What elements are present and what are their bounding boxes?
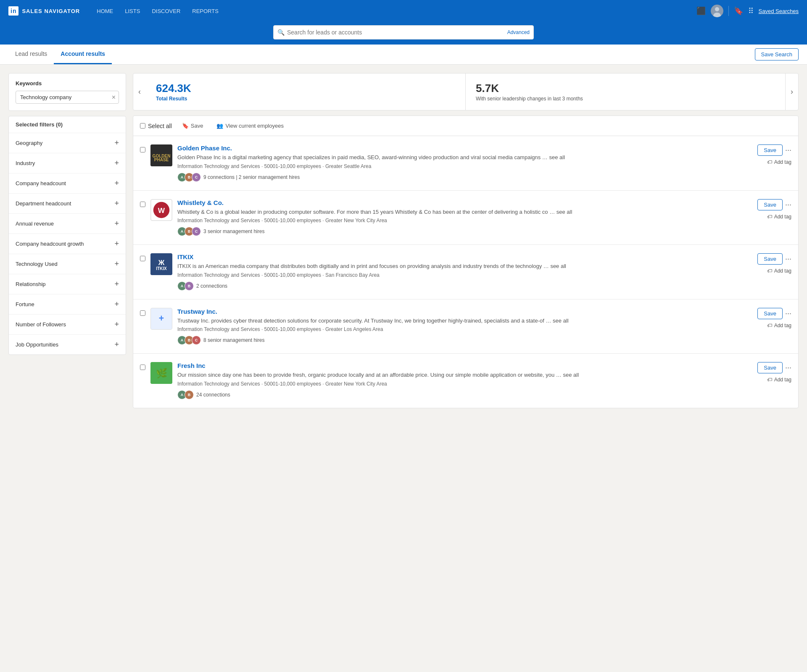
connection-avatars-trustway: A B C <box>177 336 201 345</box>
sidebar: Keywords × Selected filters (0) Geograph… <box>8 73 126 672</box>
conn-avatar-f2: B <box>185 390 194 399</box>
stat-total-label: Total Results <box>156 96 455 102</box>
add-tag-button-whistlety[interactable]: 🏷 Add tag <box>767 214 791 220</box>
avatar[interactable] <box>711 5 723 17</box>
toolbar-save-label: Save <box>191 123 203 129</box>
toolbar-view-employees-button[interactable]: 👥 View current employees <box>213 121 287 131</box>
result-body-golden-phase: Golden Phase Inc. Golden Phase Inc is a … <box>177 144 752 182</box>
save-button-golden-phase[interactable]: Save <box>757 144 783 156</box>
more-button-whistlety[interactable]: ··· <box>785 200 791 209</box>
filter-job-opps-label: Job Opportunities <box>16 341 58 348</box>
tag-icon-trustway: 🏷 <box>767 323 772 328</box>
stat-total-number: 624.3K <box>156 82 455 95</box>
result-connections-fresh-inc: A B 24 connections <box>177 390 752 399</box>
result-body-fresh-inc: Fresh Inc Our mission since day one has … <box>177 362 752 399</box>
save-actions-row-whistlety: Save ··· <box>757 199 791 210</box>
tab-lead-results[interactable]: Lead results <box>8 45 54 64</box>
add-tag-button-trustway[interactable]: 🏷 Add tag <box>767 323 791 328</box>
nav-home[interactable]: HOME <box>97 8 113 14</box>
add-tag-button-fresh-inc[interactable]: 🏷 Add tag <box>767 377 791 383</box>
filter-headcount-growth-label: Company headcount growth <box>16 241 84 247</box>
result-name-itkix[interactable]: ITKIX <box>177 253 193 260</box>
add-tag-label-itkix: Add tag <box>774 268 791 274</box>
filter-annual-revenue-label: Annual revenue <box>16 220 54 227</box>
result-checkbox-itkix[interactable] <box>140 256 145 261</box>
result-name-golden-phase[interactable]: Golden Phase Inc. <box>177 144 232 152</box>
svg-text:🌿: 🌿 <box>156 368 168 379</box>
result-logo-fresh-inc: 🌿 <box>150 362 172 384</box>
filter-relationship[interactable]: Relationship + <box>9 274 126 294</box>
result-checkbox-fresh-inc[interactable] <box>140 365 145 370</box>
main-layout: Keywords × Selected filters (0) Geograph… <box>0 65 807 672</box>
result-checkbox-golden-phase[interactable] <box>140 147 145 152</box>
nav-discover[interactable]: DISCOVER <box>152 8 180 14</box>
add-tag-button-golden-phase[interactable]: 🏷 Add tag <box>767 159 791 165</box>
tabs: Lead results Account results <box>8 45 112 64</box>
conn-text-golden-phase: 9 connections | 2 senior management hire… <box>203 174 300 180</box>
save-button-itkix[interactable]: Save <box>757 253 783 265</box>
save-search-button[interactable]: Save Search <box>755 48 799 60</box>
main-nav: HOME LISTS DISCOVER REPORTS <box>97 8 219 14</box>
conn-avatar-t3: C <box>192 336 201 345</box>
filter-company-headcount-label: Company headcount <box>16 180 66 186</box>
result-checkbox-trustway[interactable] <box>140 310 145 316</box>
result-name-fresh-inc[interactable]: Fresh Inc <box>177 362 206 369</box>
save-button-fresh-inc[interactable]: Save <box>757 362 783 373</box>
conn-text-whistlety: 3 senior management hires <box>203 228 264 234</box>
filter-dept-headcount[interactable]: Department headcount + <box>9 194 126 214</box>
filter-annual-revenue[interactable]: Annual revenue + <box>9 214 126 234</box>
filter-tech-used[interactable]: Technology Used + <box>9 254 126 274</box>
stat-leadership-number: 5.7K <box>476 82 775 95</box>
results-list: Select all 🔖 Save 👥 View current employe… <box>133 116 799 408</box>
more-button-itkix[interactable]: ··· <box>785 255 791 263</box>
connection-avatars-fresh-inc: A B <box>177 390 194 399</box>
keyword-input-wrap: × <box>16 91 119 104</box>
keywords-box: Keywords × <box>8 73 126 111</box>
filter-fortune[interactable]: Fortune + <box>9 294 126 315</box>
stats-next-button[interactable]: › <box>786 74 798 110</box>
filter-industry[interactable]: Industry + <box>9 153 126 173</box>
more-button-golden-phase[interactable]: ··· <box>785 146 791 155</box>
result-name-trustway[interactable]: Trustway Inc. <box>177 308 217 315</box>
results-toolbar: Select all 🔖 Save 👥 View current employe… <box>133 116 798 136</box>
saved-searches-link[interactable]: Saved Searches <box>759 8 799 14</box>
filters-box: Selected filters (0) Geography + Industr… <box>8 116 126 355</box>
result-checkbox-whistlety[interactable] <box>140 202 145 207</box>
nav-lists[interactable]: LISTS <box>125 8 140 14</box>
filter-num-followers[interactable]: Number of Followers + <box>9 315 126 335</box>
svg-text:+: + <box>159 313 164 323</box>
grid-icon[interactable]: ⠿ <box>748 6 754 16</box>
nav-reports[interactable]: REPORTS <box>192 8 219 14</box>
toolbar-save-button[interactable]: 🔖 Save <box>179 121 207 131</box>
keyword-input[interactable] <box>16 91 119 104</box>
screen-share-icon[interactable]: ⬛ <box>696 6 706 16</box>
filter-geography[interactable]: Geography + <box>9 133 126 153</box>
stats-prev-button[interactable]: ‹ <box>133 74 146 110</box>
results-area: ‹ 624.3K Total Results 5.7K With senior … <box>133 73 799 672</box>
svg-text:PHASE: PHASE <box>154 158 169 162</box>
add-tag-button-itkix[interactable]: 🏷 Add tag <box>767 268 791 274</box>
filter-company-headcount[interactable]: Company headcount + <box>9 173 126 194</box>
filter-headcount-growth[interactable]: Company headcount growth + <box>9 234 126 254</box>
save-button-trustway[interactable]: Save <box>757 308 783 319</box>
search-icon: 🔍 <box>277 29 285 36</box>
keyword-clear-button[interactable]: × <box>112 94 116 101</box>
tab-account-results[interactable]: Account results <box>54 45 112 64</box>
result-name-whistlety[interactable]: Whistlety & Co. <box>177 199 224 206</box>
search-advanced-link[interactable]: Advanced <box>507 29 530 35</box>
filter-job-opps[interactable]: Job Opportunities + <box>9 335 126 354</box>
bookmark-icon[interactable]: 🔖 <box>734 6 743 16</box>
save-button-whistlety[interactable]: Save <box>757 199 783 210</box>
result-desc-trustway: Trustway Inc. provides cyber threat dete… <box>177 317 752 325</box>
more-button-trustway[interactable]: ··· <box>785 309 791 318</box>
filter-num-followers-label: Number of Followers <box>16 321 66 328</box>
search-input[interactable] <box>273 25 534 39</box>
filter-industry-label: Industry <box>16 160 35 166</box>
more-button-fresh-inc[interactable]: ··· <box>785 363 791 372</box>
select-all-checkbox[interactable] <box>140 123 145 129</box>
filter-dept-headcount-plus-icon: + <box>114 199 119 208</box>
result-body-itkix: ITKIX ITKIX is an American media company… <box>177 253 752 291</box>
result-actions-itkix: Save ··· 🏷 Add tag <box>757 253 791 274</box>
add-tag-label-fresh-inc: Add tag <box>774 377 791 383</box>
people-icon: 👥 <box>216 123 223 129</box>
